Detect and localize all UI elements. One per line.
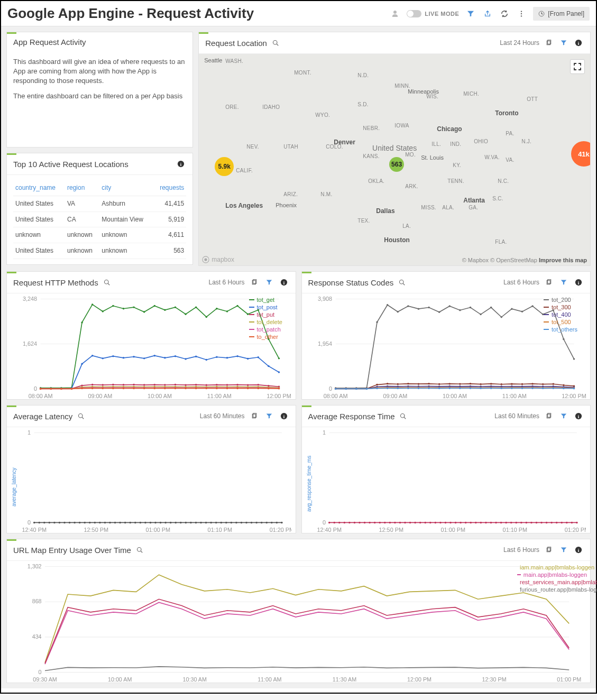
svg-point-95 xyxy=(226,384,228,385)
svg-point-227 xyxy=(480,383,481,385)
table-row[interactable]: United Statesunknownunknown563 xyxy=(13,243,186,259)
copy-icon[interactable] xyxy=(249,411,260,421)
svg-point-40 xyxy=(154,305,155,307)
svg-point-337 xyxy=(104,522,106,523)
svg-point-158 xyxy=(133,388,134,389)
from-panel-button[interactable]: [From Panel] xyxy=(533,7,590,21)
live-mode-toggle[interactable]: LIVE MODE xyxy=(407,10,459,17)
svg-point-332 xyxy=(79,522,80,523)
copy-icon[interactable] xyxy=(544,411,554,421)
svg-point-59 xyxy=(102,357,104,359)
th-city[interactable]: city xyxy=(99,180,153,196)
search-icon[interactable] xyxy=(134,545,145,555)
svg-point-71 xyxy=(226,357,228,358)
svg-point-326 xyxy=(49,522,50,523)
svg-point-201 xyxy=(459,309,461,311)
svg-point-305 xyxy=(541,388,543,389)
svg-point-67 xyxy=(185,358,186,360)
refresh-icon[interactable] xyxy=(499,8,510,19)
copy-icon[interactable] xyxy=(544,277,554,288)
info-icon[interactable]: i xyxy=(573,277,584,288)
svg-point-394 xyxy=(363,522,365,523)
svg-point-13 xyxy=(104,280,108,284)
search-icon[interactable] xyxy=(270,38,281,48)
svg-point-430 xyxy=(545,522,547,523)
copy-icon[interactable] xyxy=(544,38,554,48)
search-icon[interactable] xyxy=(102,277,112,288)
panel-title-response: Average Response Time xyxy=(308,412,395,421)
svg-point-91 xyxy=(185,384,186,385)
info-icon[interactable]: i xyxy=(279,411,289,421)
map-canvas[interactable]: WASH.MONT.N.D.MINN.WIS.MICH.IDAHOORE.WYO… xyxy=(199,54,590,265)
info-icon[interactable]: i xyxy=(573,411,584,421)
svg-text:01:10 PM: 01:10 PM xyxy=(502,527,527,533)
filter-icon[interactable] xyxy=(558,277,569,288)
svg-point-6 xyxy=(273,41,277,45)
desc-p2: The entire dashboard can be filtered on … xyxy=(13,91,186,101)
th-region[interactable]: region xyxy=(65,180,99,196)
state-label: GA. xyxy=(469,205,478,210)
bubble-green[interactable]: 563 xyxy=(389,157,404,172)
panel-app-request-activity: App Request Activity This dashboard will… xyxy=(6,32,193,148)
bubble-yellow[interactable]: 5.9k xyxy=(215,157,234,176)
svg-point-323 xyxy=(33,522,35,523)
th-requests[interactable]: requests xyxy=(153,180,186,196)
svg-text:01:00 PM: 01:00 PM xyxy=(557,676,581,683)
improve-map-link[interactable]: Improve this map xyxy=(539,257,587,263)
state-label: LA. xyxy=(402,223,411,229)
svg-point-357 xyxy=(205,522,207,523)
filter-icon[interactable] xyxy=(465,8,476,19)
svg-point-425 xyxy=(520,522,522,523)
table-row[interactable]: unknownunknownunknown4,611 xyxy=(13,227,186,243)
svg-point-152 xyxy=(71,388,72,390)
info-icon[interactable]: i xyxy=(573,545,584,555)
search-icon[interactable] xyxy=(76,411,86,421)
state-label: IOWA xyxy=(394,123,409,128)
expand-icon[interactable] xyxy=(570,59,585,74)
svg-point-388 xyxy=(333,522,335,523)
city-label: Chicago xyxy=(437,125,462,133)
svg-text:12:40 PM: 12:40 PM xyxy=(317,527,342,533)
state-label: ARK. xyxy=(405,183,418,189)
filter-icon[interactable] xyxy=(558,545,569,555)
svg-point-329 xyxy=(63,522,65,523)
svg-text:868: 868 xyxy=(32,598,42,604)
th-country[interactable]: country_name xyxy=(13,180,65,196)
svg-text:3,248: 3,248 xyxy=(23,296,37,302)
svg-point-217 xyxy=(376,384,378,385)
copy-icon[interactable] xyxy=(249,277,260,288)
svg-point-370 xyxy=(271,522,272,523)
range-http: Last 6 Hours xyxy=(208,279,244,286)
filter-icon[interactable] xyxy=(264,277,274,288)
svg-point-169 xyxy=(247,388,249,389)
panel-title-desc: App Request Activity xyxy=(13,38,86,47)
more-icon[interactable] xyxy=(516,8,527,19)
svg-point-405 xyxy=(419,522,420,523)
svg-point-429 xyxy=(540,522,542,523)
filter-icon[interactable] xyxy=(558,411,569,421)
svg-point-173 xyxy=(400,280,404,284)
svg-point-83 xyxy=(102,384,104,385)
copy-icon[interactable] xyxy=(544,545,554,555)
filter-icon[interactable] xyxy=(264,411,274,421)
svg-text:10:30 AM: 10:30 AM xyxy=(183,676,207,683)
search-icon[interactable] xyxy=(397,277,407,288)
filter-icon[interactable] xyxy=(558,38,569,48)
info-icon[interactable]: i xyxy=(279,277,289,288)
svg-text:0: 0 xyxy=(329,385,332,392)
table-row[interactable]: United StatesCAMountain View5,919 xyxy=(13,211,186,227)
search-icon[interactable] xyxy=(398,411,408,421)
info-icon[interactable]: i xyxy=(176,159,186,169)
panel-title-urlmap: URL Map Entry Usage Over Time xyxy=(13,546,131,555)
svg-point-170 xyxy=(258,388,259,389)
svg-point-290 xyxy=(386,387,388,389)
svg-point-234 xyxy=(552,383,554,385)
bubble-orange[interactable]: 41k xyxy=(571,141,590,167)
svg-point-352 xyxy=(180,522,181,523)
svg-point-358 xyxy=(210,522,212,523)
svg-text:12:40 PM: 12:40 PM xyxy=(22,527,47,533)
share-icon[interactable] xyxy=(482,8,493,19)
svg-point-400 xyxy=(394,522,396,523)
info-icon[interactable]: i xyxy=(573,38,584,48)
table-row[interactable]: United StatesVAAshburn41,415 xyxy=(13,196,186,211)
